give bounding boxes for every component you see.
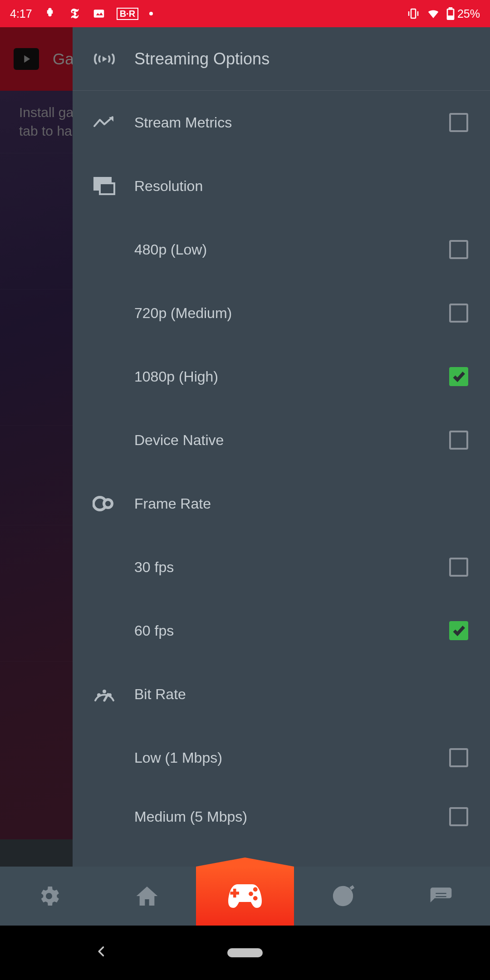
row-bitrate-low[interactable]: Low (1 Mbps)	[73, 726, 490, 789]
wifi-icon	[426, 7, 440, 20]
streaming-icon	[93, 50, 116, 68]
row-res-native[interactable]: Device Native	[73, 408, 490, 472]
system-home-pill[interactable]	[227, 948, 263, 957]
nav-settings[interactable]	[0, 867, 98, 926]
svg-point-14	[103, 691, 105, 692]
nav-record[interactable]	[294, 867, 392, 926]
res-1080-checkbox[interactable]	[449, 367, 468, 386]
status-left: 4:17 𝕿 B·R	[10, 7, 153, 20]
row-fps-30[interactable]: 30 fps	[73, 535, 490, 599]
bitrate-low-checkbox[interactable]	[449, 748, 468, 767]
svg-rect-5	[448, 16, 453, 19]
bottom-nav	[0, 867, 490, 926]
svg-rect-2	[411, 9, 416, 18]
row-stream-metrics[interactable]: Stream Metrics	[73, 91, 490, 154]
framerate-icon	[93, 495, 116, 512]
row-res-1080[interactable]: 1080p (High)	[73, 345, 490, 408]
svg-point-13	[98, 694, 100, 696]
row-fps-60[interactable]: 60 fps	[73, 599, 490, 662]
svg-point-17	[340, 893, 346, 899]
notif-more-dot	[149, 12, 153, 15]
svg-rect-8	[99, 182, 115, 195]
row-bitrate-med[interactable]: Medium (5 Mbps)	[73, 789, 490, 844]
row-resolution: Resolution	[73, 154, 490, 218]
res-480-checkbox[interactable]	[449, 240, 468, 259]
battery-text: 25%	[457, 7, 480, 20]
row-res-480[interactable]: 480p (Low)	[73, 218, 490, 281]
svg-point-15	[109, 694, 111, 696]
nav-chat[interactable]	[392, 867, 490, 926]
metrics-icon	[93, 114, 116, 131]
row-bitrate: Bit Rate	[73, 662, 490, 726]
res-720-checkbox[interactable]	[449, 304, 468, 323]
row-res-720[interactable]: 720p (Medium)	[73, 281, 490, 345]
system-nav	[0, 926, 490, 980]
stream-metrics-label: Stream Metrics	[134, 114, 431, 131]
bitrate-med-checkbox[interactable]	[449, 807, 468, 826]
vibrate-icon	[407, 7, 420, 20]
nav-home[interactable]	[98, 867, 196, 926]
resolution-icon	[93, 177, 116, 195]
row-framerate: Frame Rate	[73, 472, 490, 535]
notif-icon-br: B·R	[117, 8, 138, 20]
svg-rect-0	[93, 10, 104, 18]
framerate-label: Frame Rate	[134, 495, 468, 512]
res-native-checkbox[interactable]	[449, 431, 468, 450]
drawer-title: Streaming Options	[134, 49, 270, 69]
bitrate-label: Bit Rate	[134, 686, 468, 703]
stream-metrics-checkbox[interactable]	[449, 113, 468, 132]
resolution-label: Resolution	[134, 178, 468, 195]
fps-30-checkbox[interactable]	[449, 558, 468, 577]
status-right: 25%	[407, 7, 480, 20]
battery-indicator: 25%	[446, 7, 480, 20]
fps-60-checkbox[interactable]	[449, 621, 468, 640]
notif-icon-1	[43, 7, 57, 20]
bitrate-icon	[93, 685, 116, 703]
notif-icon-nyt: 𝕿	[68, 7, 81, 20]
system-back[interactable]	[95, 945, 108, 961]
nav-games[interactable]	[196, 867, 294, 926]
status-bar: 4:17 𝕿 B·R 25%	[0, 0, 490, 27]
status-time: 4:17	[10, 7, 32, 20]
notif-icon-image	[92, 7, 106, 20]
drawer-header: Streaming Options	[73, 27, 490, 91]
svg-rect-4	[449, 8, 452, 9]
settings-drawer: Streaming Options Stream Metrics Resolut…	[73, 27, 490, 867]
svg-point-12	[105, 501, 111, 506]
